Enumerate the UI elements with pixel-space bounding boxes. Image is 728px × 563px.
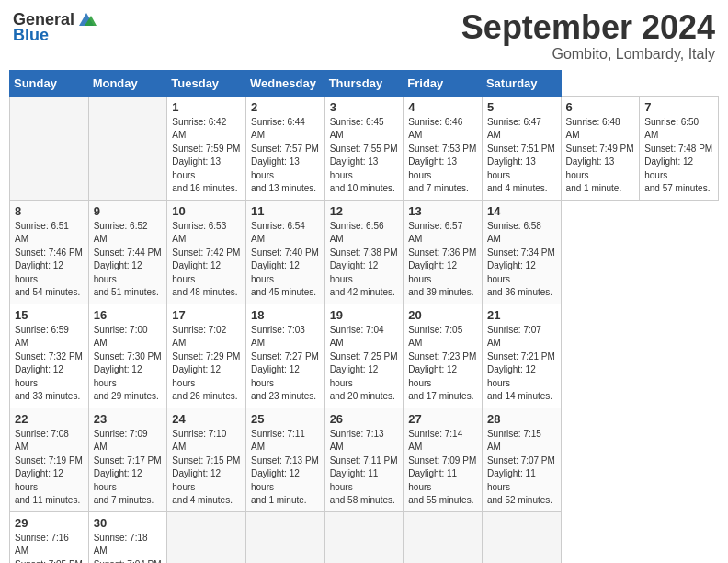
header-cell-saturday: Saturday [482,70,561,96]
calendar-day-cell [482,511,561,563]
day-number: 6 [566,100,636,114]
title-area: September 2024 Gombito, Lombardy, Italy [461,9,715,63]
day-info: Sunrise: 7:07 AM Sunset: 7:21 PM Dayligh… [487,324,557,404]
day-number: 18 [251,308,321,322]
day-number: 16 [94,308,164,322]
day-number: 29 [15,516,85,530]
day-number: 12 [330,204,400,218]
day-number: 4 [408,100,478,114]
day-info: Sunrise: 6:52 AM Sunset: 7:44 PM Dayligh… [94,220,164,300]
day-number: 17 [172,308,242,322]
day-info: Sunrise: 6:56 AM Sunset: 7:38 PM Dayligh… [330,220,400,300]
calendar-day-cell: 25Sunrise: 7:11 AM Sunset: 7:13 PM Dayli… [245,408,324,511]
calendar-day-cell: 28Sunrise: 7:15 AM Sunset: 7:07 PM Dayli… [482,408,561,511]
day-info: Sunrise: 6:54 AM Sunset: 7:40 PM Dayligh… [251,220,321,300]
logo-icon [76,9,97,29]
day-info: Sunrise: 6:53 AM Sunset: 7:42 PM Dayligh… [172,220,242,300]
day-info: Sunrise: 7:10 AM Sunset: 7:15 PM Dayligh… [172,428,242,508]
header-cell-thursday: Thursday [324,70,404,96]
day-info: Sunrise: 7:18 AM Sunset: 7:04 PM Dayligh… [94,532,164,563]
calendar-day-cell: 6Sunrise: 6:48 AM Sunset: 7:49 PM Daylig… [561,96,640,200]
month-title: September 2024 [461,9,715,46]
day-info: Sunrise: 6:47 AM Sunset: 7:51 PM Dayligh… [487,116,557,196]
day-info: Sunrise: 7:14 AM Sunset: 7:09 PM Dayligh… [408,428,478,508]
day-number: 5 [487,100,557,114]
day-info: Sunrise: 7:04 AM Sunset: 7:25 PM Dayligh… [330,324,400,404]
location-title: Gombito, Lombardy, Italy [461,46,715,63]
calendar-day-cell [404,511,483,563]
calendar-day-cell: 7Sunrise: 6:50 AM Sunset: 7:48 PM Daylig… [640,96,719,200]
header-cell-tuesday: Tuesday [167,70,246,96]
day-info: Sunrise: 7:00 AM Sunset: 7:30 PM Dayligh… [94,324,164,404]
calendar-day-cell: 20Sunrise: 7:05 AM Sunset: 7:23 PM Dayli… [404,304,483,408]
day-number: 24 [172,412,242,426]
day-number: 19 [330,308,400,322]
calendar-day-cell: 8Sunrise: 6:51 AM Sunset: 7:46 PM Daylig… [10,200,89,304]
calendar-day-cell [10,96,89,200]
day-info: Sunrise: 6:45 AM Sunset: 7:55 PM Dayligh… [330,116,400,196]
calendar-day-cell: 13Sunrise: 6:57 AM Sunset: 7:36 PM Dayli… [404,200,483,304]
calendar-body: 1Sunrise: 6:42 AM Sunset: 7:59 PM Daylig… [10,96,719,563]
calendar-week-5: 29Sunrise: 7:16 AM Sunset: 7:05 PM Dayli… [10,511,719,563]
day-info: Sunrise: 7:05 AM Sunset: 7:23 PM Dayligh… [408,324,478,404]
day-info: Sunrise: 7:11 AM Sunset: 7:13 PM Dayligh… [251,428,321,508]
calendar-header-row: SundayMondayTuesdayWednesdayThursdayFrid… [10,70,719,96]
header-cell-wednesday: Wednesday [245,70,324,96]
day-info: Sunrise: 6:59 AM Sunset: 7:32 PM Dayligh… [15,324,85,404]
calendar-day-cell: 16Sunrise: 7:00 AM Sunset: 7:30 PM Dayli… [88,304,167,408]
day-info: Sunrise: 7:15 AM Sunset: 7:07 PM Dayligh… [487,428,557,508]
day-info: Sunrise: 7:03 AM Sunset: 7:27 PM Dayligh… [251,324,321,404]
calendar-day-cell: 9Sunrise: 6:52 AM Sunset: 7:44 PM Daylig… [88,200,167,304]
day-number: 25 [251,412,321,426]
calendar-day-cell: 29Sunrise: 7:16 AM Sunset: 7:05 PM Dayli… [10,511,89,563]
calendar-day-cell [167,511,246,563]
calendar-day-cell: 21Sunrise: 7:07 AM Sunset: 7:21 PM Dayli… [482,304,561,408]
day-info: Sunrise: 7:02 AM Sunset: 7:29 PM Dayligh… [172,324,242,404]
day-number: 28 [487,412,557,426]
calendar-day-cell [245,511,324,563]
calendar-day-cell: 19Sunrise: 7:04 AM Sunset: 7:25 PM Dayli… [324,304,404,408]
day-number: 30 [94,516,164,530]
day-info: Sunrise: 6:46 AM Sunset: 7:53 PM Dayligh… [408,116,478,196]
day-number: 11 [251,204,321,218]
calendar-week-2: 8Sunrise: 6:51 AM Sunset: 7:46 PM Daylig… [10,200,719,304]
logo-blue: Blue [13,26,49,45]
day-number: 14 [487,204,557,218]
calendar-week-1: 1Sunrise: 6:42 AM Sunset: 7:59 PM Daylig… [10,96,719,200]
day-number: 9 [94,204,164,218]
calendar-day-cell: 3Sunrise: 6:45 AM Sunset: 7:55 PM Daylig… [324,96,404,200]
day-number: 27 [408,412,478,426]
day-info: Sunrise: 6:50 AM Sunset: 7:48 PM Dayligh… [644,116,714,196]
header: General Blue September 2024 Gombito, Lom… [9,9,719,63]
day-number: 20 [408,308,478,322]
calendar-day-cell [88,96,167,200]
day-info: Sunrise: 7:09 AM Sunset: 7:17 PM Dayligh… [94,428,164,508]
calendar-day-cell: 15Sunrise: 6:59 AM Sunset: 7:32 PM Dayli… [10,304,89,408]
day-info: Sunrise: 6:48 AM Sunset: 7:49 PM Dayligh… [566,116,636,196]
day-number: 23 [94,412,164,426]
day-number: 2 [251,100,321,114]
calendar-week-4: 22Sunrise: 7:08 AM Sunset: 7:19 PM Dayli… [10,408,719,511]
day-number: 8 [15,204,85,218]
day-info: Sunrise: 7:16 AM Sunset: 7:05 PM Dayligh… [15,532,85,563]
day-number: 21 [487,308,557,322]
day-info: Sunrise: 6:44 AM Sunset: 7:57 PM Dayligh… [251,116,321,196]
calendar-day-cell: 5Sunrise: 6:47 AM Sunset: 7:51 PM Daylig… [482,96,561,200]
day-number: 13 [408,204,478,218]
day-number: 1 [172,100,242,114]
calendar-day-cell: 10Sunrise: 6:53 AM Sunset: 7:42 PM Dayli… [167,200,246,304]
day-number: 15 [15,308,85,322]
calendar-day-cell: 27Sunrise: 7:14 AM Sunset: 7:09 PM Dayli… [404,408,483,511]
header-cell-sunday: Sunday [10,70,89,96]
calendar-day-cell: 23Sunrise: 7:09 AM Sunset: 7:17 PM Dayli… [88,408,167,511]
logo: General Blue [13,9,97,45]
day-info: Sunrise: 7:08 AM Sunset: 7:19 PM Dayligh… [15,428,85,508]
calendar-day-cell: 22Sunrise: 7:08 AM Sunset: 7:19 PM Dayli… [10,408,89,511]
header-cell-friday: Friday [404,70,483,96]
calendar-day-cell: 14Sunrise: 6:58 AM Sunset: 7:34 PM Dayli… [482,200,561,304]
calendar-table: SundayMondayTuesdayWednesdayThursdayFrid… [9,70,719,563]
day-number: 22 [15,412,85,426]
day-number: 3 [330,100,400,114]
calendar-day-cell: 12Sunrise: 6:56 AM Sunset: 7:38 PM Dayli… [324,200,404,304]
day-number: 7 [644,100,714,114]
